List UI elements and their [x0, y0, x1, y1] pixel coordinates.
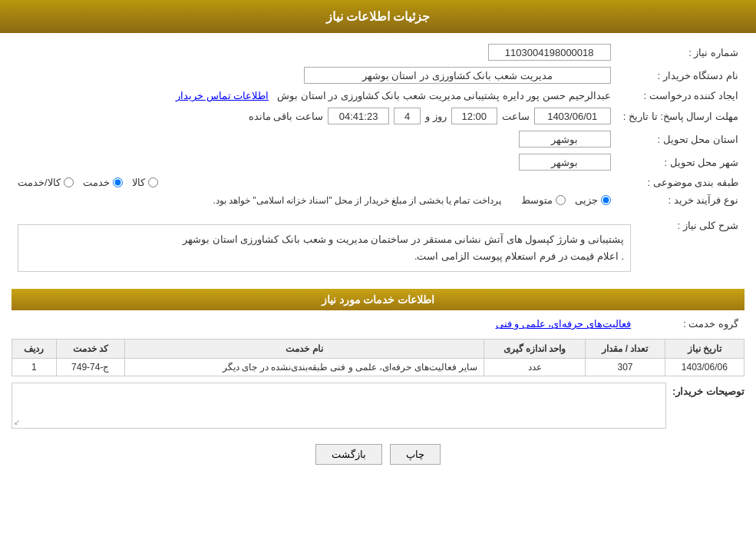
nam-dastgah-value: مدیریت شعب بانک کشاورزی در استان بوشهر	[12, 64, 617, 87]
motavaset-label: متوسط	[521, 194, 553, 206]
page-header: جزئیات اطلاعات نیاز	[0, 0, 756, 33]
ittelaat-tamas-link[interactable]: اطلاعات تماس خریدار	[176, 90, 269, 101]
sharh-text2: . اعلام قیمت در فرم استعلام پیوست الزامی…	[414, 250, 624, 262]
radio-khadamat-input[interactable]	[113, 177, 123, 187]
cell-tedad: 307	[586, 359, 665, 376]
kala-khadamat-label: کالا/خدمت	[18, 177, 61, 188]
ostan-value: بوشهر	[12, 128, 617, 151]
khadamat-label: خدمت	[83, 177, 110, 188]
buyer-notes-label: توصیحات خریدار:	[672, 383, 744, 397]
nam-dastgah-field: مدیریت شعب بانک کشاورزی در استان بوشهر	[304, 67, 611, 84]
ostan-field: بوشهر	[519, 131, 611, 147]
radio-jozi[interactable]: جزیی	[575, 194, 611, 206]
ijad-konande-label: ایجاد کننده درخواست :	[617, 87, 744, 104]
cell-radif: 1	[12, 359, 57, 376]
grohe-table: گروه خدمت : فعالیت‌های حرفه‌ای، علمی و ف…	[12, 315, 744, 333]
mohlat-row: 1403/06/01 ساعت 12:00 روز و 4 04:41:23 س…	[12, 104, 617, 128]
shahr-value: بوشهر	[12, 151, 617, 174]
grohe-label: گروه خدمت :	[637, 315, 744, 333]
chap-button[interactable]: چاپ	[390, 444, 441, 465]
th-radif: ردیف	[12, 340, 57, 359]
info-table: شماره نیاز : 1103004198000018 نام دستگاه…	[12, 41, 744, 209]
services-table: تاریخ نیاز تعداد / مقدار واحد اندازه گیر…	[12, 339, 744, 376]
table-row: 1403/06/06 307 عدد سایر فعالیت‌های حرفه‌…	[12, 359, 744, 376]
cell-code: ج-74-749	[56, 359, 124, 376]
th-tarikh: تاریخ نیاز	[665, 340, 744, 359]
countdown-field: 04:41:23	[328, 108, 389, 124]
bottom-buttons: چاپ بازگشت	[12, 435, 744, 474]
radio-kala[interactable]: کالا	[132, 177, 158, 188]
th-name: نام خدمت	[124, 340, 484, 359]
radio-jozi-input[interactable]	[601, 195, 611, 205]
noe-farayand-label: نوع فرآیند خرید :	[617, 191, 744, 209]
countdown-label: ساعت باقی مانده	[249, 111, 323, 122]
jozi-label: جزیی	[575, 194, 598, 206]
mohlat-date-field: 1403/06/01	[534, 108, 611, 124]
sharh-value: پشتیبانی و شارژ کپسول های آتش نشانی مستق…	[12, 215, 637, 281]
shomare-niaz-value: 1103004198000018	[12, 41, 617, 64]
sharh-table: شرح کلی نیاز : پشتیبانی و شارژ کپسول های…	[12, 215, 744, 281]
mohlat-label: مهلت ارسال پاسخ: تا تاریخ :	[617, 104, 744, 128]
radio-kala-input[interactable]	[148, 177, 158, 187]
th-tedad: تعداد / مقدار	[586, 340, 665, 359]
radio-motavaset[interactable]: متوسط	[521, 194, 566, 206]
radio-motavaset-input[interactable]	[556, 195, 566, 205]
grohe-khadamat-link[interactable]: فعالیت‌های حرفه‌ای، علمی و فنی	[496, 318, 631, 330]
cell-name: سایر فعالیت‌های حرفه‌ای، علمی و فنی طبقه…	[124, 359, 484, 376]
buyer-notes-row: توصیحات خریدار: ↙	[12, 383, 744, 429]
nam-dastgah-label: نام دستگاه خریدار :	[617, 64, 744, 87]
farayand-note: پرداخت تمام یا بخشی از مبلغ خریدار از مح…	[213, 195, 501, 206]
shomare-niaz-field: 1103004198000018	[488, 44, 611, 61]
tabaqe-row: کالا/خدمت خدمت کالا	[12, 174, 617, 191]
cell-vahed: عدد	[484, 359, 585, 376]
services-section-header: اطلاعات خدمات مورد نیاز	[12, 289, 744, 310]
shahr-label: شهر محل تحویل :	[617, 151, 744, 174]
tabaqe-label: طبقه بندی موضوعی :	[617, 174, 744, 191]
th-code: کد خدمت	[56, 340, 124, 359]
shahr-field: بوشهر	[519, 154, 611, 171]
mohlat-saat-field: 12:00	[451, 108, 497, 124]
ijad-konande-value: عبدالرحیم حسن پور دایره پشتیبانی مدیریت …	[277, 90, 611, 101]
sharh-box: پشتیبانی و شارژ کپسول های آتش نشانی مستق…	[18, 224, 631, 272]
radio-khadamat[interactable]: خدمت	[83, 177, 123, 188]
sharh-label: شرح کلی نیاز :	[637, 215, 744, 281]
radio-kala-khadamat[interactable]: کالا/خدمت	[18, 177, 74, 188]
sharh-text1: پشتیبانی و شارژ کپسول های آتش نشانی مستق…	[183, 234, 624, 245]
bazgasht-button[interactable]: بازگشت	[315, 444, 382, 465]
noe-farayand-row: متوسط جزیی پرداخت تمام یا بخشی از مبلغ خ…	[12, 191, 617, 209]
resize-handle: ↙	[14, 418, 20, 426]
rooz-label: روز و	[425, 111, 447, 122]
radio-kala-khadamat-input[interactable]	[64, 177, 74, 187]
ijad-konande-row: عبدالرحیم حسن پور دایره پشتیبانی مدیریت …	[12, 87, 617, 104]
th-vahed: واحد اندازه گیری	[484, 340, 585, 359]
ostan-label: استان محل تحویل :	[617, 128, 744, 151]
saat-label: ساعت	[502, 111, 530, 122]
shomare-niaz-label: شماره نیاز :	[617, 41, 744, 64]
mohlat-rooz-field: 4	[394, 108, 421, 124]
grohe-value: فعالیت‌های حرفه‌ای، علمی و فنی	[12, 315, 637, 333]
buyer-notes-box[interactable]: ↙	[12, 383, 666, 429]
cell-tarikh: 1403/06/06	[665, 359, 744, 376]
page-title: جزئیات اطلاعات نیاز	[326, 10, 431, 23]
kala-label: کالا	[132, 177, 145, 188]
